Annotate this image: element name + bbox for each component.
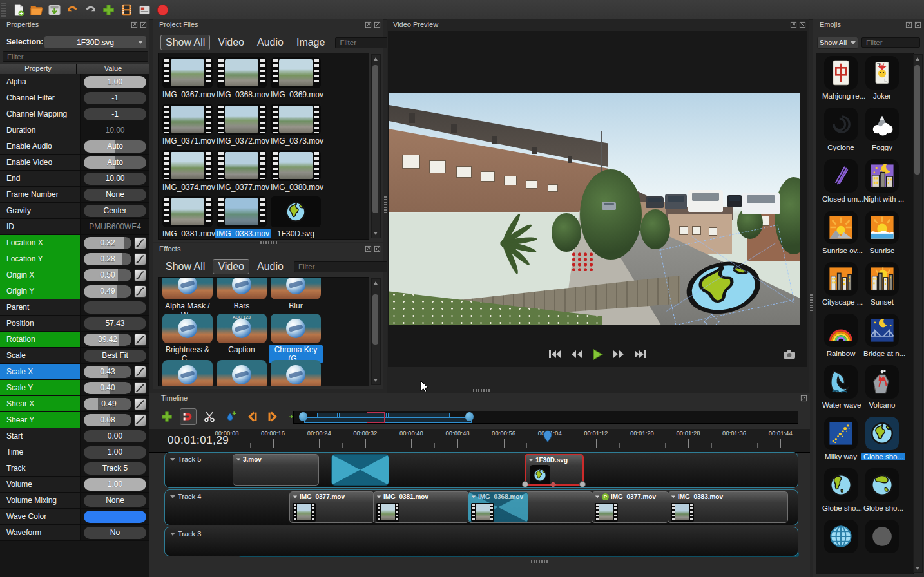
emoji-thumbnail[interactable] xyxy=(865,56,899,90)
close-panel-button[interactable] xyxy=(799,21,806,28)
effect-item[interactable]: Chroma Key (G... xyxy=(269,314,323,364)
property-value-pill[interactable]: 57.43 xyxy=(84,317,146,330)
import-files-button[interactable] xyxy=(101,2,116,17)
effect-thumbnail[interactable] xyxy=(162,360,213,386)
emoji-scrollbar[interactable] xyxy=(913,54,923,573)
emoji-thumbnail[interactable] xyxy=(865,520,899,553)
video-file-thumbnail[interactable] xyxy=(217,57,267,88)
timeline-track[interactable]: Track 4IMG_0377.movIMG_0381.movIMG_0368.… xyxy=(164,489,798,525)
jump-start-button[interactable] xyxy=(548,348,562,361)
chevron-down-icon[interactable] xyxy=(170,533,175,536)
snapping-button[interactable] xyxy=(180,408,197,425)
effects-scrollbar[interactable] xyxy=(371,278,381,385)
playhead-line[interactable] xyxy=(548,440,548,555)
keyframe-bezier-icon[interactable] xyxy=(134,269,146,281)
property-value-pill[interactable]: None xyxy=(84,495,146,507)
project-file-item[interactable]: IMG_0367.mov xyxy=(160,57,215,100)
property-value-pill[interactable]: 0.49 xyxy=(84,285,131,298)
timeline-clip[interactable]: IMG_0377.mov xyxy=(289,491,374,523)
project-file-item[interactable]: IMG_0373.mov xyxy=(269,104,323,146)
video-file-thumbnail[interactable] xyxy=(217,104,267,135)
project-file-item[interactable]: IMG_0372.mov xyxy=(215,104,269,146)
timeline-zoom-slider[interactable] xyxy=(293,411,798,424)
emoji-item[interactable] xyxy=(820,520,861,553)
previous-marker-button[interactable] xyxy=(244,408,260,425)
property-value-pill[interactable]: 10.00 xyxy=(84,173,146,185)
add-marker-button[interactable] xyxy=(222,408,239,425)
property-value-pill[interactable]: 0.00 xyxy=(84,430,146,442)
property-value-pill[interactable]: 0.50 xyxy=(84,269,131,281)
project-files-tab-audio[interactable]: Audio xyxy=(252,35,289,50)
project-files-scrollbar[interactable] xyxy=(371,54,381,238)
scroll-down-icon[interactable] xyxy=(374,232,378,235)
emoji-thumbnail[interactable] xyxy=(865,417,899,450)
scroll-up-icon[interactable] xyxy=(916,57,919,61)
property-value-pill[interactable]: Track 5 xyxy=(84,462,146,475)
keyframe-bezier-icon[interactable] xyxy=(134,237,146,249)
horizontal-splitter[interactable] xyxy=(260,241,277,244)
scroll-up-icon[interactable] xyxy=(374,281,378,285)
property-value-pill[interactable]: None xyxy=(84,189,146,201)
timeline-clip[interactable]: 1F30D.svg xyxy=(525,454,584,486)
float-panel-button[interactable] xyxy=(365,21,372,28)
effect-thumbnail[interactable] xyxy=(271,314,321,343)
close-panel-button[interactable] xyxy=(374,21,381,28)
keyframe-linear-icon[interactable] xyxy=(134,382,146,394)
emoji-item[interactable]: Closed um... xyxy=(820,159,861,204)
add-track-button[interactable] xyxy=(159,408,175,425)
emoji-thumbnail[interactable] xyxy=(865,159,899,193)
property-value-pill[interactable] xyxy=(84,511,146,523)
video-file-thumbnail[interactable] xyxy=(162,104,213,135)
chevron-down-icon[interactable] xyxy=(472,496,476,498)
keyframe-bezier-icon[interactable] xyxy=(134,366,146,378)
effect-thumbnail[interactable] xyxy=(217,360,267,386)
emoji-thumbnail[interactable] xyxy=(865,211,899,244)
effect-item[interactable]: Bars xyxy=(215,277,269,311)
emoji-item[interactable]: Volcano xyxy=(861,365,903,410)
emoji-item[interactable]: Cityscape ... xyxy=(820,262,861,307)
emoji-item[interactable]: Sunrise xyxy=(861,211,903,256)
chevron-down-icon[interactable] xyxy=(595,496,599,498)
keyframe-linear-icon[interactable] xyxy=(134,398,146,410)
capture-frame-button[interactable] xyxy=(783,349,796,361)
effect-item[interactable] xyxy=(160,360,215,386)
export-video-button[interactable] xyxy=(155,2,170,17)
scrollbar-thumb[interactable] xyxy=(372,294,378,345)
undo-button[interactable] xyxy=(64,2,80,17)
new-project-button[interactable] xyxy=(10,2,26,17)
emoji-item[interactable]: Foggy xyxy=(861,108,903,153)
chevron-down-icon[interactable] xyxy=(236,459,240,461)
timeline-clip[interactable]: IMG_0383.mov xyxy=(668,491,788,523)
float-panel-button[interactable] xyxy=(131,21,138,28)
video-file-thumbnail[interactable] xyxy=(217,150,267,181)
effects-tab-show-all[interactable]: Show All xyxy=(160,259,210,274)
property-value-pill[interactable]: Best Fit xyxy=(84,350,146,362)
project-file-item[interactable]: IMG_0368.mov xyxy=(215,57,269,100)
project-file-item[interactable]: IMG_0380.mov xyxy=(269,150,323,193)
project-files-tab-image[interactable]: Image xyxy=(291,35,330,50)
property-value-pill[interactable]: -0.49 xyxy=(84,398,131,410)
project-files-tab-show-all[interactable]: Show All xyxy=(160,35,210,50)
property-value-pill[interactable]: 39.42 xyxy=(84,334,131,346)
emoji-item[interactable]: Sunrise ov... xyxy=(820,211,861,256)
emoji-item[interactable]: Bridge at n... xyxy=(861,314,903,359)
razor-button[interactable] xyxy=(201,408,218,425)
next-marker-button[interactable] xyxy=(265,408,282,425)
emoji-item[interactable]: Rainbow xyxy=(820,314,861,359)
chevron-down-icon[interactable] xyxy=(671,496,675,498)
emoji-item[interactable]: Joker xyxy=(861,56,903,101)
effects-filter-input[interactable] xyxy=(294,261,402,272)
emoji-filter-input[interactable] xyxy=(861,37,920,48)
effect-item[interactable]: Blur xyxy=(269,277,323,311)
emoji-thumbnail[interactable] xyxy=(865,365,899,399)
vertical-splitter[interactable] xyxy=(810,294,813,311)
svg-file-thumbnail[interactable] xyxy=(271,196,321,227)
emoji-thumbnail[interactable] xyxy=(865,468,899,502)
emoji-item[interactable]: Globe sho... xyxy=(820,468,861,513)
timeline-clip[interactable]: 3.mov xyxy=(233,454,319,486)
emoji-item[interactable]: Milky way xyxy=(820,417,861,462)
video-file-thumbnail[interactable] xyxy=(162,150,213,181)
chevron-down-icon[interactable] xyxy=(170,495,175,498)
emoji-filter-dropdown[interactable]: Show All xyxy=(817,37,858,49)
effect-thumbnail[interactable] xyxy=(162,314,213,343)
